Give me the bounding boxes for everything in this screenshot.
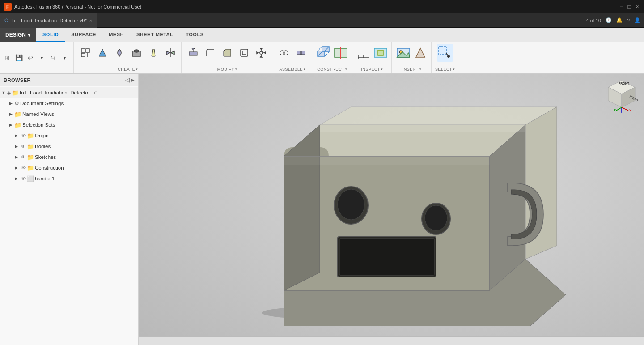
select-icons: [437, 44, 453, 62]
browser-item-doc-settings[interactable]: ▶ ⚙ Document Settings: [0, 98, 138, 109]
assemble-group: ASSEMBLE ▾: [273, 42, 312, 73]
root-settings-icon[interactable]: ⚙: [94, 90, 98, 95]
tab-clock-icon[interactable]: 🕐: [606, 17, 612, 23]
construct-arrow: ▾: [345, 68, 347, 71]
section-analysis-button[interactable]: [373, 44, 389, 62]
svg-line-37: [318, 47, 322, 51]
named-views-label: Named Views: [22, 111, 54, 117]
insert-image-button[interactable]: [395, 44, 411, 62]
svg-marker-8: [152, 49, 155, 56]
tab-mesh[interactable]: MESH: [102, 28, 130, 42]
move-button[interactable]: [253, 44, 269, 62]
redo-arrow[interactable]: ▾: [59, 52, 70, 63]
svg-line-36: [325, 52, 329, 56]
nav-cube-svg: FRONT RIGHT Y X Z: [604, 78, 640, 114]
loft-button[interactable]: [145, 44, 161, 62]
modify-arrow: ▾: [235, 68, 237, 71]
svg-marker-11: [171, 51, 174, 55]
press-pull-button[interactable]: [185, 44, 201, 62]
fillet-button[interactable]: [202, 44, 218, 62]
root-folder-icon: 📁: [12, 89, 19, 96]
tab-tools[interactable]: TOOLS: [179, 28, 210, 42]
redo-button[interactable]: ↪: [48, 52, 59, 63]
extrude-button[interactable]: [94, 44, 110, 62]
chamfer-button[interactable]: [219, 44, 235, 62]
svg-marker-25: [257, 52, 258, 54]
doc-settings-arrow: ▶: [7, 101, 14, 106]
mirror-button[interactable]: [162, 44, 178, 62]
decal-button[interactable]: [412, 44, 428, 62]
tab-close-button[interactable]: ×: [89, 18, 92, 23]
model-3d: [230, 102, 588, 326]
browser-pin-button[interactable]: ▸: [131, 77, 135, 83]
hole-button[interactable]: [128, 44, 144, 62]
joint-button[interactable]: [276, 44, 292, 62]
svg-rect-29: [297, 51, 301, 55]
svg-marker-24: [260, 56, 262, 57]
close-button[interactable]: ×: [634, 4, 640, 10]
maximize-button[interactable]: □: [626, 4, 632, 10]
origin-eye-icon[interactable]: 👁: [20, 133, 27, 138]
svg-marker-14: [192, 48, 195, 50]
bodies-arrow: ▶: [13, 144, 20, 149]
tab-sheet-metal[interactable]: SHEET METAL: [130, 28, 179, 42]
browser-item-selection-sets[interactable]: ▶ 📁 Selection Sets: [0, 119, 138, 130]
root-arrow: ▼: [0, 90, 7, 95]
browser-items: ▼ ◈ 📁 IoT_Food_Irradiation_Detecto... ⚙ …: [0, 86, 138, 185]
undo-arrow[interactable]: ▾: [36, 52, 47, 63]
named-views-arrow: ▶: [7, 112, 14, 116]
tab-help-icon[interactable]: ?: [627, 18, 630, 23]
construct-group: CONSTRUCT ▾: [313, 42, 352, 73]
measure-button[interactable]: [356, 44, 372, 62]
app-icon: F: [4, 3, 12, 11]
tab-bell-icon[interactable]: 🔔: [616, 17, 623, 23]
tab-add-button[interactable]: +: [579, 18, 581, 23]
root-label: IoT_Food_Irradiation_Detecto...: [20, 90, 92, 95]
handle-eye-icon[interactable]: 👁: [20, 176, 27, 181]
tab-solid[interactable]: SOLID: [36, 28, 65, 42]
bodies-eye-icon[interactable]: 👁: [20, 144, 27, 149]
inspect-icons: [356, 44, 389, 62]
svg-marker-23: [260, 48, 262, 50]
svg-marker-15: [224, 49, 231, 56]
browser-item-origin[interactable]: ▶ 👁 📁 Origin: [0, 130, 138, 141]
browser-item-construction[interactable]: ▶ 👁 📁 Construction: [0, 162, 138, 173]
svg-point-62: [425, 205, 447, 230]
browser-item-bodies[interactable]: ▶ 👁 📁 Bodies: [0, 141, 138, 152]
undo-button[interactable]: ↩: [25, 52, 36, 63]
viewport[interactable]: FRONT RIGHT Y X Z: [139, 74, 644, 345]
browser-collapse-button[interactable]: ◁: [125, 77, 130, 83]
offset-plane-button[interactable]: [316, 44, 332, 62]
browser-item-root[interactable]: ▼ ◈ 📁 IoT_Food_Irradiation_Detecto... ⚙: [0, 87, 138, 98]
browser-item-handle[interactable]: ▶ 👁 ⬜ handle:1: [0, 173, 138, 184]
nav-cube[interactable]: FRONT RIGHT Y X Z: [604, 78, 640, 114]
construction-eye-icon[interactable]: 👁: [20, 165, 27, 170]
design-button[interactable]: DESIGN ▾: [0, 28, 36, 42]
browser-item-named-views[interactable]: ▶ 📁 Named Views: [0, 109, 138, 119]
assemble-btn[interactable]: [293, 44, 309, 62]
file-tab[interactable]: ⬡ IoT_Food_Irradiation_Detector v9* ×: [0, 13, 97, 28]
create-arrow: ▾: [136, 68, 138, 71]
browser-item-sketches[interactable]: ▶ 👁 📁 Sketches: [0, 152, 138, 162]
minimize-button[interactable]: −: [618, 4, 624, 10]
assemble-arrow: ▾: [304, 68, 306, 71]
revolve-button[interactable]: [111, 44, 127, 62]
svg-rect-30: [301, 51, 305, 55]
create-icons: [77, 44, 178, 62]
tab-user-icon[interactable]: 👤: [634, 17, 640, 23]
select-button[interactable]: [437, 44, 453, 62]
svg-rect-12: [189, 52, 197, 55]
new-component-button[interactable]: ⊞: [2, 52, 13, 63]
save-button[interactable]: 💾: [13, 52, 24, 63]
shell-button[interactable]: [236, 44, 252, 62]
viewport-background: FRONT RIGHT Y X Z: [139, 74, 644, 345]
tab-surface[interactable]: SURFACE: [65, 28, 102, 42]
tab-filename: IoT_Food_Irradiation_Detector v9*: [11, 18, 87, 23]
midplane-button[interactable]: [333, 44, 349, 62]
svg-rect-49: [439, 47, 447, 55]
svg-point-7: [134, 50, 139, 52]
new-component-create-button[interactable]: [77, 44, 93, 62]
construction-arrow: ▶: [13, 166, 20, 170]
sketches-eye-icon[interactable]: 👁: [20, 154, 27, 160]
status-bar: [139, 336, 644, 345]
